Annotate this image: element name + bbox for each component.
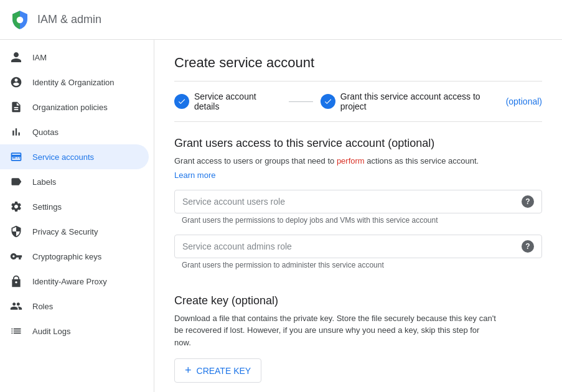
vpn-key-icon bbox=[10, 250, 22, 263]
sidebar-item-identity-aware-proxy-label: Identity-Aware Proxy bbox=[32, 277, 107, 286]
step-2: Grant this service account access to pro… bbox=[321, 91, 542, 111]
step-1-label: Service account details bbox=[194, 91, 281, 111]
grant-access-section: Grant users access to this service accou… bbox=[174, 137, 542, 269]
create-key-title: Create key (optional) bbox=[174, 294, 542, 307]
admins-role-help-icon[interactable]: ? bbox=[522, 240, 534, 253]
service-account-admins-role-input[interactable] bbox=[182, 241, 522, 251]
sidebar-item-labels-label: Labels bbox=[32, 177, 56, 187]
create-key-desc: Download a file that contains the privat… bbox=[174, 312, 498, 349]
sidebar-item-identity-org[interactable]: Identity & Organization bbox=[0, 70, 149, 95]
person-icon bbox=[10, 51, 22, 63]
lock-icon bbox=[10, 275, 22, 287]
policy-icon bbox=[10, 101, 22, 113]
sidebar-item-audit-logs[interactable]: Audit Logs bbox=[0, 319, 149, 343]
learn-more-link[interactable]: Learn more bbox=[174, 170, 215, 180]
sidebar-item-privacy-security[interactable]: Privacy & Security bbox=[0, 219, 149, 244]
sidebar-item-cryptographic-keys[interactable]: Cryptographic keys bbox=[0, 244, 149, 269]
step-2-label: Grant this service account access to pro… bbox=[340, 91, 503, 111]
plus-icon: + bbox=[185, 364, 192, 377]
roles-icon bbox=[10, 300, 22, 312]
grant-section-desc: Grant access to users or groups that nee… bbox=[174, 155, 542, 167]
sidebar-item-settings-label: Settings bbox=[32, 202, 62, 212]
service-account-admins-role-wrapper: ? bbox=[174, 235, 542, 258]
grant-section-title: Grant users access to this service accou… bbox=[174, 137, 542, 150]
sidebar-item-service-accounts-label: Service accounts bbox=[32, 152, 94, 162]
sidebar-item-iam-label: IAM bbox=[32, 53, 47, 62]
sidebar-item-iam[interactable]: IAM bbox=[0, 45, 149, 70]
settings-icon bbox=[10, 200, 22, 213]
highlight-text: perform bbox=[337, 156, 365, 166]
page-title: Create service account bbox=[174, 55, 542, 82]
step-1: Service account details bbox=[174, 91, 281, 111]
sidebar-item-identity-org-label: Identity & Organization bbox=[32, 78, 115, 87]
sidebar-item-roles-label: Roles bbox=[32, 302, 53, 311]
sidebar-item-cryptographic-keys-label: Cryptographic keys bbox=[32, 252, 101, 261]
sidebar-item-labels[interactable]: Labels bbox=[0, 169, 149, 194]
service-account-users-role-input[interactable] bbox=[182, 197, 522, 207]
id-card-icon bbox=[10, 151, 22, 163]
step-divider bbox=[289, 101, 313, 102]
main-content: Create service account Service account d… bbox=[154, 40, 562, 392]
bar-chart-icon bbox=[10, 126, 22, 138]
sidebar-item-roles[interactable]: Roles bbox=[0, 294, 149, 319]
create-key-button-label: CREATE KEY bbox=[197, 366, 251, 376]
sidebar-item-audit-logs-label: Audit Logs bbox=[32, 327, 70, 336]
top-bar: IAM & admin bbox=[0, 0, 562, 40]
sidebar: IAM Identity & Organization Organization… bbox=[0, 40, 154, 392]
service-account-admins-role-group: ? Grant users the permission to administ… bbox=[174, 235, 542, 269]
service-account-users-role-group: ? Grant users the permissions to deploy … bbox=[174, 190, 542, 225]
svg-point-0 bbox=[17, 16, 24, 23]
service-account-users-role-wrapper: ? bbox=[174, 190, 542, 213]
admins-role-hint: Grant users the permission to administer… bbox=[174, 258, 542, 269]
stepper: Service account details Grant this servi… bbox=[174, 91, 542, 122]
sidebar-item-privacy-security-label: Privacy & Security bbox=[32, 227, 98, 236]
sidebar-item-quotas[interactable]: Quotas bbox=[0, 119, 149, 144]
security-icon bbox=[10, 225, 22, 238]
sidebar-item-settings[interactable]: Settings bbox=[0, 194, 149, 219]
sidebar-item-org-policies-label: Organization policies bbox=[32, 103, 108, 112]
step-2-circle bbox=[321, 94, 335, 109]
users-role-hint: Grant users the permissions to deploy jo… bbox=[174, 213, 542, 225]
list-icon bbox=[10, 325, 22, 337]
app-title: IAM & admin bbox=[37, 13, 101, 26]
step-1-circle bbox=[174, 94, 189, 109]
users-role-help-icon[interactable]: ? bbox=[522, 195, 534, 208]
label-icon bbox=[10, 175, 22, 188]
create-key-button[interactable]: + CREATE KEY bbox=[174, 358, 261, 383]
app-logo bbox=[10, 10, 30, 30]
create-key-section: Create key (optional) Download a file th… bbox=[174, 284, 542, 393]
step-2-optional: (optional) bbox=[506, 96, 542, 106]
account-circle-icon bbox=[10, 76, 22, 88]
sidebar-item-service-accounts[interactable]: Service accounts bbox=[0, 144, 149, 169]
sidebar-item-org-policies[interactable]: Organization policies bbox=[0, 95, 149, 119]
sidebar-item-quotas-label: Quotas bbox=[32, 128, 59, 137]
sidebar-item-identity-aware-proxy[interactable]: Identity-Aware Proxy bbox=[0, 269, 149, 294]
